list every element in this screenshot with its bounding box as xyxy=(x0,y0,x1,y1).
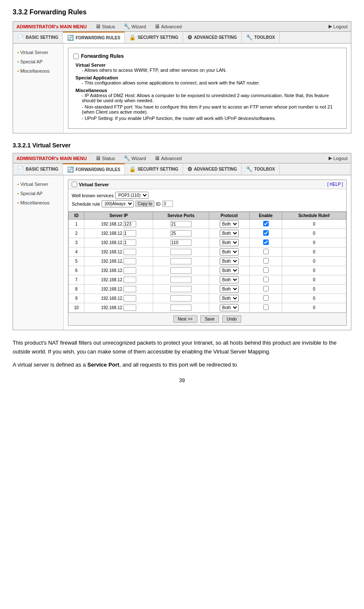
ports-input[interactable] xyxy=(170,277,191,283)
sidebar-item-virtual-server-2[interactable]: Virtual Server xyxy=(13,179,63,189)
ip-prefix: 192.168.12. xyxy=(101,287,124,291)
ip-suffix-input[interactable] xyxy=(124,230,136,237)
ip-suffix-input[interactable] xyxy=(124,258,136,264)
copy-to-button[interactable]: Copy to xyxy=(135,201,154,207)
ip-suffix-input[interactable] xyxy=(124,249,136,255)
table-row: 8192.168.12.Both0 xyxy=(69,285,346,294)
cell-server-ip: 192.168.12. xyxy=(84,220,153,229)
tab-forwarding-rules-2[interactable]: 🔄 FORWARDING RULES xyxy=(63,163,125,175)
ports-input[interactable] xyxy=(170,304,191,311)
undo-button[interactable]: Undo xyxy=(222,315,242,323)
forwarding-rules-infobox: Forwarding Rules Virtual Server - Allows… xyxy=(68,48,347,129)
cell-protocol: Both xyxy=(209,238,249,247)
enable-checkbox[interactable] xyxy=(263,221,269,226)
ip-suffix-input[interactable] xyxy=(124,239,136,246)
enable-checkbox[interactable] xyxy=(263,267,269,273)
protocol-select[interactable]: Both xyxy=(220,285,239,293)
tab-toolbox-2[interactable]: 🔧 TOOLBOX xyxy=(242,164,280,174)
wizard-nav-2: 🔧 Wizard xyxy=(124,155,146,161)
basic-setting-icon-2: 📄 xyxy=(17,166,24,172)
forwarding-rules-icon: 🔄 xyxy=(67,35,74,41)
protocol-select[interactable]: Both xyxy=(220,295,239,302)
ports-input[interactable] xyxy=(170,295,191,302)
ip-suffix-input[interactable] xyxy=(124,221,136,227)
ip-suffix-input[interactable] xyxy=(124,286,136,292)
tab-basic-setting[interactable]: 📄 BASIC SETTING xyxy=(13,32,63,43)
top-nav-2: ADMINISTRATOR's MAIN MENU 🖥 Status 🔧 Wiz… xyxy=(13,153,351,163)
tab-forwarding-rules[interactable]: 🔄 FORWARDING RULES xyxy=(63,32,125,43)
infobox-checkbox[interactable] xyxy=(73,54,79,59)
col-enable: Enable xyxy=(249,212,282,220)
col-protocol: Protocol xyxy=(209,212,249,220)
sidebar-item-special-ap[interactable]: Special AP xyxy=(13,57,63,66)
tab-advanced-setting[interactable]: ⚙ ADVANCED SETTING xyxy=(183,32,242,43)
cell-schedule-rule: 0 xyxy=(282,257,346,266)
logout-nav-2[interactable]: ▶ Logout xyxy=(329,155,348,161)
sidebar-item-miscellaneous-2[interactable]: Miscellaneous xyxy=(13,198,63,207)
enable-checkbox[interactable] xyxy=(263,277,269,282)
cell-service-ports xyxy=(153,220,209,229)
cell-schedule-rule: 0 xyxy=(282,275,346,285)
router-body-1: Virtual Server Special AP Miscellaneous … xyxy=(13,44,351,133)
enable-checkbox[interactable] xyxy=(263,295,269,301)
ports-input[interactable] xyxy=(170,258,191,264)
ip-suffix-input[interactable] xyxy=(124,277,136,283)
ports-input[interactable] xyxy=(170,230,191,237)
cell-enable xyxy=(249,303,282,313)
schedule-label: Schedule rule xyxy=(72,201,100,207)
protocol-select[interactable]: Both xyxy=(220,220,239,228)
vs-title-checkbox[interactable] xyxy=(72,182,77,187)
router-screenshot-2: ADMINISTRATOR's MAIN MENU 🖥 Status 🔧 Wiz… xyxy=(13,153,351,330)
protocol-select[interactable]: Both xyxy=(220,230,239,237)
tab-security-setting[interactable]: 🔒 SECURITY SETTING xyxy=(125,32,183,43)
protocol-select[interactable]: Both xyxy=(220,267,239,274)
enable-checkbox[interactable] xyxy=(263,304,269,310)
cell-service-ports xyxy=(153,229,209,238)
ports-input[interactable] xyxy=(170,221,191,227)
next-button[interactable]: Next >> xyxy=(173,315,197,323)
ip-suffix-input[interactable] xyxy=(124,304,136,311)
ip-suffix-input[interactable] xyxy=(124,295,136,302)
cell-schedule-rule: 0 xyxy=(282,247,346,257)
col-service-ports: Service Ports xyxy=(153,212,209,220)
enable-checkbox[interactable] xyxy=(263,286,269,291)
ip-prefix: 192.168.12. xyxy=(101,222,124,226)
protocol-select[interactable]: Both xyxy=(220,304,239,311)
protocol-select[interactable]: Both xyxy=(220,276,239,283)
logout-nav[interactable]: ▶ Logout xyxy=(329,24,348,29)
sidebar-item-miscellaneous[interactable]: Miscellaneous xyxy=(13,66,63,76)
tab-advanced-setting-2[interactable]: ⚙ ADVANCED SETTING xyxy=(183,164,242,174)
well-known-label: Well known services xyxy=(72,193,113,198)
tab-toolbox[interactable]: 🔧 TOOLBOX xyxy=(242,32,280,43)
cell-schedule-rule: 0 xyxy=(282,266,346,275)
infobox-item-special-app: Special Application - This configuration… xyxy=(75,75,341,85)
enable-checkbox[interactable] xyxy=(263,258,269,264)
save-button[interactable]: Save xyxy=(200,315,219,323)
enable-checkbox[interactable] xyxy=(263,230,269,236)
ports-input[interactable] xyxy=(170,286,191,292)
infobox-item-virtual-server: Virtual Server - Allows others to access… xyxy=(75,63,341,73)
cell-id: 1 xyxy=(69,220,84,229)
enable-checkbox[interactable] xyxy=(263,239,269,245)
table-row: 4192.168.12.Both0 xyxy=(69,247,346,257)
schedule-select[interactable]: (00)Always xyxy=(102,200,134,207)
well-known-select[interactable]: POP3 (110) xyxy=(115,192,148,199)
tab-security-setting-2[interactable]: 🔒 SECURITY SETTING xyxy=(125,164,183,174)
tab-bar-1: 📄 BASIC SETTING 🔄 FORWARDING RULES 🔒 SEC… xyxy=(13,32,351,44)
sidebar-item-virtual-server[interactable]: Virtual Server xyxy=(13,48,63,57)
vs-help-link[interactable]: [ HELP ] xyxy=(327,182,343,187)
ports-input[interactable] xyxy=(170,249,191,255)
sidebar-item-special-ap-2[interactable]: Special AP xyxy=(13,189,63,198)
ports-input[interactable] xyxy=(170,267,191,274)
protocol-select[interactable]: Both xyxy=(220,239,239,246)
protocol-select[interactable]: Both xyxy=(220,248,239,256)
status-icon-2: 🖥 xyxy=(95,155,101,161)
protocol-select[interactable]: Both xyxy=(220,258,239,265)
id-input[interactable] xyxy=(162,201,173,207)
tab-basic-setting-2[interactable]: 📄 BASIC SETTING xyxy=(13,164,63,174)
sidebar-1: Virtual Server Special AP Miscellaneous xyxy=(13,44,64,133)
enable-checkbox[interactable] xyxy=(263,249,269,254)
ip-suffix-input[interactable] xyxy=(124,267,136,274)
virtual-server-panel: Virtual Server [ HELP ] Well known servi… xyxy=(68,179,347,326)
ports-input[interactable] xyxy=(170,239,191,246)
